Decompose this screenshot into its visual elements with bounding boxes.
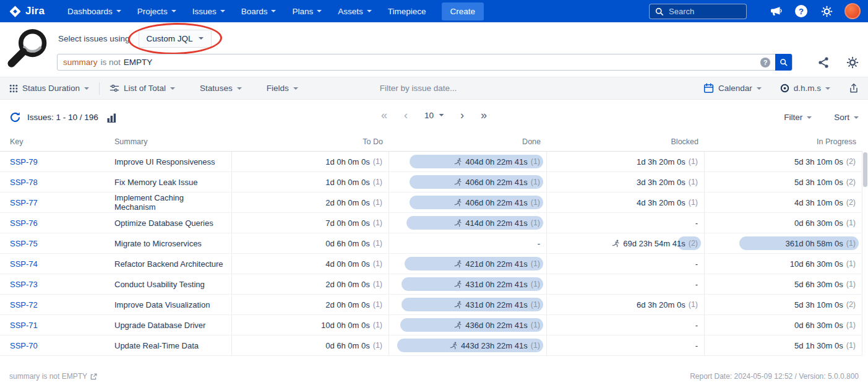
duration-cell-to-do: 2d 0h 0m 0s(1) <box>232 192 389 212</box>
issue-key-link[interactable]: SSP-77 <box>0 192 108 212</box>
issue-summary: Implement Caching Mechanism <box>108 192 232 212</box>
duration-cell-to-do: 10d 0h 0m 0s(1) <box>232 315 389 335</box>
last-page-button[interactable]: » <box>481 110 487 121</box>
issue-date-filter[interactable]: Filter by issue date... <box>380 84 457 93</box>
global-search[interactable] <box>649 4 747 19</box>
duration-cell-done: 431d 0h 22m 41s(1) <box>389 274 547 294</box>
issue-key-link[interactable]: SSP-73 <box>0 274 108 294</box>
filter-label: Filter <box>784 113 802 122</box>
export-icon[interactable] <box>849 83 859 94</box>
duration-cell-to-do: 1d 0h 0m 0s(1) <box>232 172 389 192</box>
duration-cell-to-do: 2d 0h 0m 0s(1) <box>232 295 389 314</box>
nav-item-projects[interactable]: Projects <box>129 0 184 22</box>
time-format-label: d.h.m.s <box>794 84 821 93</box>
jira-logo[interactable]: Jira <box>9 5 45 18</box>
fields-label: Fields <box>267 84 289 93</box>
column-header-in-progress[interactable]: In Progress <box>705 132 862 151</box>
duration-cell-in-progress: 361d 0h 58m 0s(1) <box>705 233 862 253</box>
calendar-dropdown[interactable]: Calendar <box>703 83 762 93</box>
search-input[interactable] <box>668 6 741 17</box>
nav-item-timepiece[interactable]: Timepiece <box>380 0 434 22</box>
prev-page-button[interactable]: ‹ <box>404 110 408 121</box>
nav-item-boards[interactable]: Boards <box>233 0 285 22</box>
duration-cell-done: 431d 0h 22m 41s(1) <box>389 295 547 314</box>
create-button[interactable]: Create <box>442 2 484 20</box>
column-header-summary[interactable]: Summary <box>108 132 232 151</box>
duration-cell-blocked: 69d 23h 54m 41s(2) <box>547 233 705 253</box>
scrollbar[interactable] <box>863 152 867 187</box>
column-header-blocked[interactable]: Blocked <box>547 132 705 151</box>
duration-text: 6d 3h 20m 0s <box>637 300 685 309</box>
duration-cell-blocked: 4d 3h 20m 0s(1) <box>547 192 705 212</box>
duration-text: 421d 0h 22m 41s <box>465 259 527 269</box>
sort-label: Sort <box>834 113 849 122</box>
duration-text: 404d 0h 22m 41s <box>465 157 527 167</box>
topnav-right: ? <box>649 3 861 19</box>
runner-icon <box>454 280 462 288</box>
page-size-dropdown[interactable]: 10 <box>424 111 444 120</box>
issue-key-link[interactable]: SSP-78 <box>0 172 108 192</box>
column-header-key[interactable]: Key <box>0 132 108 151</box>
nav-item-issues[interactable]: Issues <box>184 0 233 22</box>
issue-key-link[interactable]: SSP-70 <box>0 335 108 355</box>
issue-key-link[interactable]: SSP-72 <box>0 295 108 314</box>
jql-search-button[interactable] <box>775 54 792 71</box>
nav-item-assets[interactable]: Assets <box>330 0 380 22</box>
results-bar-right: Filter Sort <box>784 113 859 122</box>
view-dropdown[interactable]: List of Total <box>110 84 175 93</box>
duration-text: 2d 0h 0m 0s <box>325 300 370 309</box>
jql-mode-dropdown[interactable]: Custom JQL <box>139 30 212 48</box>
time-format-dropdown[interactable]: d.h.m.s <box>780 84 830 93</box>
issue-key-link[interactable]: SSP-79 <box>0 152 108 171</box>
nav-item-dashboards[interactable]: Dashboards <box>59 0 129 22</box>
status-count: (1) <box>373 178 382 186</box>
table-row: SSP-74Refactor Backend Architecture4d 0h… <box>0 254 862 274</box>
report-type-dropdown[interactable]: Status Duration <box>9 84 89 93</box>
magnifier-logo-icon <box>5 27 52 71</box>
chevron-down-icon <box>825 87 830 90</box>
chart-view-icon[interactable] <box>106 113 119 123</box>
filter-dropdown[interactable]: Filter <box>784 113 812 122</box>
duration-text: 7d 0h 0m 0s <box>325 218 370 228</box>
issues-count-label: Issues: 1 - 10 / 196 <box>27 113 98 122</box>
duration-text: - <box>695 218 698 228</box>
column-header-to-do[interactable]: To Do <box>232 132 389 151</box>
toolbar-divider <box>99 82 100 95</box>
footer-jql-link[interactable]: summary is not EMPTY <box>9 372 97 381</box>
jql-help-icon[interactable]: ? <box>760 58 770 67</box>
issue-key-link[interactable]: SSP-71 <box>0 315 108 335</box>
first-page-button[interactable]: « <box>381 110 387 121</box>
column-header-done[interactable]: Done <box>389 132 547 151</box>
report-toolbar: Status Duration List of Total Statuses F… <box>0 77 868 100</box>
sort-dropdown[interactable]: Sort <box>834 113 859 122</box>
duration-cell-in-progress: 4d 3h 10m 0s(2) <box>705 192 862 212</box>
status-count: (1) <box>846 341 856 350</box>
duration-cell-done: 404d 0h 22m 41s(1) <box>389 152 547 171</box>
help-icon[interactable]: ? <box>794 4 809 19</box>
share-icon[interactable] <box>817 56 830 69</box>
refresh-icon[interactable] <box>9 111 21 123</box>
issue-key-link[interactable]: SSP-76 <box>0 213 108 233</box>
top-navigation: Jira DashboardsProjectsIssuesBoardsPlans… <box>0 0 868 22</box>
jql-input[interactable]: summary is not EMPTY ? <box>57 54 793 71</box>
duration-cell-done: 421d 0h 22m 41s(1) <box>389 254 547 274</box>
issue-key-link[interactable]: SSP-75 <box>0 233 108 253</box>
nav-item-plans[interactable]: Plans <box>284 0 330 22</box>
report-settings-gear-icon[interactable] <box>846 56 859 69</box>
clock-target-icon <box>780 84 789 93</box>
fields-dropdown[interactable]: Fields <box>267 84 298 93</box>
user-avatar[interactable] <box>844 3 861 19</box>
statuses-dropdown[interactable]: Statuses <box>200 84 242 93</box>
select-issues-label: Select issues using <box>58 34 130 43</box>
issue-summary: Refactor Backend Architecture <box>108 254 232 274</box>
gear-icon[interactable] <box>819 4 834 19</box>
issue-key-link[interactable]: SSP-74 <box>0 254 108 274</box>
status-count: (1) <box>373 280 382 288</box>
duration-cell-blocked: 3d 3h 20m 0s(1) <box>547 172 705 192</box>
next-page-button[interactable]: › <box>460 110 464 121</box>
runner-icon <box>612 240 620 248</box>
megaphone-icon[interactable] <box>768 4 783 19</box>
duration-cell-in-progress: 0d 6h 30m 0s(1) <box>705 213 862 233</box>
chevron-down-icon <box>271 10 276 12</box>
status-count: (1) <box>531 157 540 166</box>
